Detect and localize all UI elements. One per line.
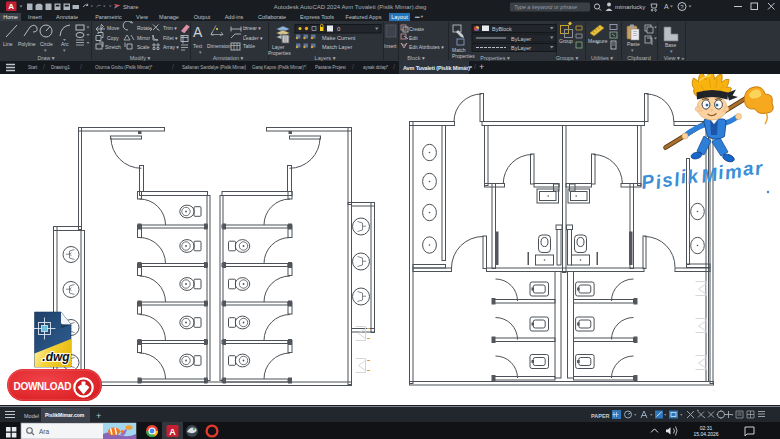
svg-text:PislikMimar: PislikMimar	[640, 155, 765, 195]
svg-text:?: ?	[680, 4, 684, 10]
svg-text:A: A	[664, 3, 669, 10]
svg-text:ByBlock: ByBlock	[492, 26, 512, 32]
svg-text:Autodesk AutoCAD 2024 Avm T: Autodesk AutoCAD 2024 Avm Tuvaleti (Pisl…	[274, 4, 427, 10]
svg-text:.dwg: .dwg	[42, 350, 70, 364]
svg-text:+: +	[96, 411, 101, 421]
svg-text:ByLayer: ByLayer	[511, 45, 531, 51]
svg-text:A: A	[8, 2, 14, 11]
svg-text:15.04.2026: 15.04.2026	[693, 431, 718, 437]
svg-text:DOWNLOAD: DOWNLOAD	[14, 381, 72, 392]
svg-text:PAPER: PAPER	[591, 413, 610, 419]
svg-text:A: A	[193, 24, 203, 40]
svg-text:ByLayer: ByLayer	[511, 36, 531, 42]
svg-text:mimarlucky: mimarlucky	[615, 4, 645, 10]
svg-text:Match Layer: Match Layer	[322, 44, 352, 50]
svg-text:Make Current: Make Current	[322, 35, 356, 41]
svg-text:Type a keyword or phrase: Type a keyword or phrase	[514, 4, 577, 10]
svg-text:Ara: Ara	[39, 428, 50, 435]
svg-text:PislikMimar.com: PislikMimar.com	[45, 412, 85, 418]
svg-text:A: A	[169, 427, 176, 437]
svg-text:Model: Model	[24, 413, 39, 419]
svg-text:Share: Share	[123, 4, 138, 10]
